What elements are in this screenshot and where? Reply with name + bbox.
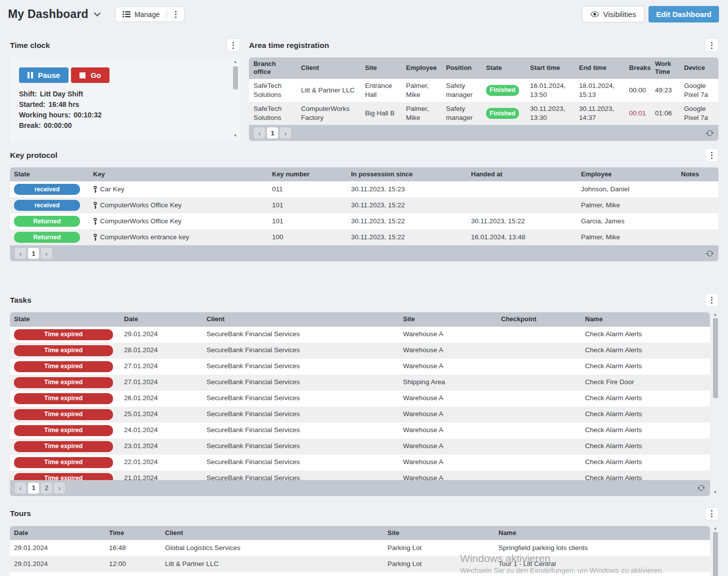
table-row[interactable]: 29.01.2024 12:00 Litt & Partner LLC Park…: [10, 556, 710, 572]
tours-scrollbar[interactable]: ▲: [712, 526, 718, 576]
tasks-panel: Tasks StateDate ClientSite CheckpointNam…: [0, 286, 728, 496]
next-page-button[interactable]: ›: [280, 127, 291, 138]
table-row[interactable]: 29.01.2024 16:48 Global Logistics Servic…: [10, 540, 710, 556]
time-clock-scrollbar[interactable]: ▲ ▼: [232, 59, 238, 139]
table-row[interactable]: Time expired 25.01.2024 SecureBank Finan…: [10, 407, 710, 423]
table-row[interactable]: Time expired 27.01.2024 SecureBank Finan…: [10, 359, 710, 375]
go-label: Go: [90, 71, 101, 79]
key-protocol-header-row: StateKey Key numberIn possession since H…: [10, 167, 718, 181]
page-title: My Dashboard: [8, 7, 88, 21]
key-protocol-body: received Car Key 011 3: [10, 181, 718, 245]
page-number-button[interactable]: 1: [28, 483, 39, 494]
chevron-down-icon: [94, 12, 101, 17]
manage-button[interactable]: Manage: [116, 7, 167, 21]
next-page-button[interactable]: ›: [54, 483, 65, 494]
time-clock-field: Break:00:00:00: [19, 121, 240, 129]
kebab-icon: [169, 7, 182, 21]
table-row[interactable]: Time expired 26.01.2024 SecureBank Finan…: [10, 391, 710, 407]
stop-icon: [80, 72, 86, 78]
eye-icon: [590, 10, 599, 18]
manage-label: Manage: [134, 10, 160, 18]
status-badge: received: [14, 184, 80, 195]
table-row[interactable]: Returned ComputerWorks entrance key: [10, 229, 718, 245]
status-badge: Time expired: [14, 329, 113, 340]
field-value: Litt Day Shift: [40, 90, 83, 98]
time-clock-title: Time clock: [10, 41, 50, 50]
key-protocol-panel: Key protocol StateKey Key numberIn posse…: [0, 141, 728, 261]
tasks-kebab-button[interactable]: [705, 293, 718, 307]
field-label: Started:: [19, 100, 46, 108]
edit-dashboard-button[interactable]: Edit Dashboard: [648, 6, 719, 22]
scroll-down-icon[interactable]: ▼: [714, 490, 718, 496]
visibilities-button[interactable]: Visibilities: [582, 6, 645, 22]
area-time-body: SafeTech Solutions Litt & Partner LLC En…: [249, 79, 718, 125]
table-row[interactable]: received Car Key 011 3: [10, 181, 718, 197]
refresh-button[interactable]: [706, 250, 714, 257]
field-label: Shift:: [19, 90, 37, 98]
table-row[interactable]: Time expired 23.01.2024 SecureBank Finan…: [10, 439, 710, 455]
tours-header-row: DateTime ClientSite Name: [10, 526, 710, 540]
refresh-icon: [698, 484, 705, 492]
status-badge: Time expired: [14, 473, 113, 480]
field-label: Break:: [19, 121, 41, 129]
refresh-button[interactable]: [706, 129, 714, 137]
status-badge: Time expired: [14, 457, 113, 468]
tours-body: 29.01.2024 16:48 Global Logistics Servic…: [10, 540, 710, 576]
table-row[interactable]: received ComputerWorks Office Key: [10, 197, 718, 213]
time-clock-kebab-button[interactable]: [226, 38, 240, 52]
status-badge: Finished: [486, 108, 519, 119]
table-row[interactable]: Time expired 21.01.2024 SecureBank Finan…: [10, 471, 710, 480]
key-protocol-kebab-button[interactable]: [705, 148, 718, 162]
scroll-up-icon[interactable]: ▲: [714, 312, 718, 318]
manage-kebab-button[interactable]: [167, 7, 184, 21]
time-clock-panel: Time clock Pause Go Shift:Litt Day Shift: [10, 38, 240, 141]
table-row[interactable]: Time expired 27.01.2024 SecureBank Finan…: [10, 375, 710, 391]
scroll-down-icon[interactable]: ▼: [234, 133, 238, 139]
table-row[interactable]: SafeTech Solutions ComputerWorks Factory…: [249, 102, 718, 125]
manage-button-group: Manage: [115, 6, 185, 22]
status-badge: Time expired: [14, 425, 113, 436]
list-icon: [122, 11, 130, 17]
table-row[interactable]: Returned ComputerWorks Office Key: [10, 213, 718, 229]
tours-panel: Tours DateTime ClientSite Name 29.01.202…: [0, 500, 728, 576]
key-icon: [93, 234, 98, 241]
page-number-button[interactable]: 1: [28, 248, 39, 259]
tasks-scrollbar[interactable]: ▲ ▼: [712, 312, 718, 496]
status-badge: Time expired: [14, 441, 113, 452]
time-clock-field: Working hours:00:10:32: [19, 111, 240, 119]
area-time-panel: Area time registration Branch officeClie…: [249, 38, 718, 141]
next-page-button[interactable]: ›: [41, 248, 52, 259]
status-badge: received: [14, 200, 80, 211]
key-icon: [93, 218, 98, 225]
status-badge: Returned: [14, 216, 80, 227]
field-value: 00:00:00: [44, 121, 72, 129]
scroll-up-icon[interactable]: ▲: [234, 59, 238, 65]
pause-label: Pause: [38, 71, 60, 79]
time-clock-field: Started:16:48 hrs: [19, 100, 240, 108]
status-badge: Finished: [486, 85, 519, 96]
table-row[interactable]: 28.01.2024 17:30 SecureBank Financial Se…: [10, 572, 710, 576]
table-row[interactable]: Time expired 24.01.2024 SecureBank Finan…: [10, 423, 710, 439]
refresh-icon: [706, 129, 714, 137]
table-row[interactable]: SafeTech Solutions Litt & Partner LLC En…: [249, 79, 718, 102]
field-label: Working hours:: [19, 111, 70, 119]
page-number-button[interactable]: 2: [41, 483, 52, 494]
scroll-up-icon[interactable]: ▲: [714, 526, 718, 532]
area-time-header-row: Branch officeClient SiteEmployee Positio…: [249, 57, 718, 79]
field-value: 00:10:32: [74, 111, 102, 119]
go-button[interactable]: Go: [71, 67, 110, 83]
dashboard-title-dropdown[interactable]: My Dashboard: [8, 7, 101, 21]
area-time-kebab-button[interactable]: [705, 38, 718, 52]
refresh-button[interactable]: [698, 484, 705, 492]
table-row[interactable]: Time expired 22.01.2024 SecureBank Finan…: [10, 455, 710, 471]
table-row[interactable]: Time expired 28.01.2024 SecureBank Finan…: [10, 343, 710, 359]
status-badge: Time expired: [14, 361, 113, 372]
tours-kebab-button[interactable]: [705, 507, 718, 521]
table-row[interactable]: Time expired 29.01.2024 SecureBank Finan…: [10, 327, 710, 343]
prev-page-button[interactable]: ‹: [15, 248, 26, 259]
pause-button[interactable]: Pause: [19, 67, 68, 83]
page-number-button[interactable]: 1: [267, 127, 278, 138]
prev-page-button[interactable]: ‹: [254, 127, 265, 138]
prev-page-button[interactable]: ‹: [15, 483, 26, 494]
status-badge: Time expired: [14, 393, 113, 404]
